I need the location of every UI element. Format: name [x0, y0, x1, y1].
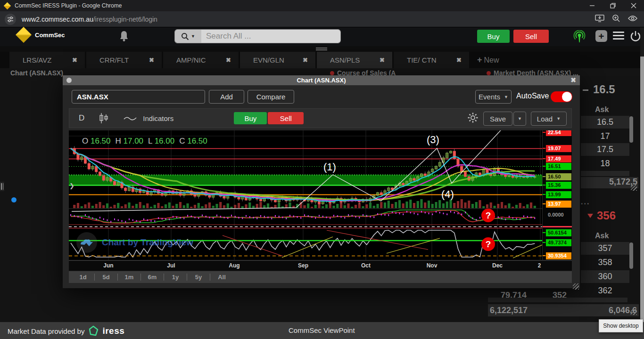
depth-scrollbar[interactable] [629, 116, 633, 143]
reading-mode-eye-icon[interactable] [628, 15, 637, 24]
month-tick: Nov [427, 262, 438, 269]
compare-button[interactable]: Compare [248, 90, 294, 104]
timeframe-6m-button[interactable]: 6m [141, 274, 164, 281]
header-sell-button[interactable]: Sell [513, 30, 549, 43]
save-button[interactable]: Save [483, 112, 512, 126]
market-data-attribution: Market Data provided by iress [8, 325, 124, 337]
load-button[interactable]: Load▼ [531, 112, 567, 126]
ask-price-row[interactable]: 362 [581, 284, 629, 297]
price-label: 19.07 [546, 145, 571, 152]
chart-canvas[interactable]: (1)(3)(4) O 16.50 H 17.00 L 16.00 C 16.5… [69, 130, 572, 260]
timeframe-5d-button[interactable]: 5d [95, 274, 118, 281]
add-button[interactable]: Add [209, 90, 244, 104]
tab-evn-gln[interactable]: EVN/GLN✖ [240, 52, 315, 68]
chart-buy-button[interactable]: Buy [234, 112, 267, 124]
timeframe-1m-button[interactable]: 1m [118, 274, 141, 281]
new-tab-button[interactable]: +New [477, 52, 499, 68]
close-tab-icon[interactable]: ✖ [303, 56, 308, 64]
menu-hamburger-icon[interactable] [613, 32, 624, 41]
ask-price-row[interactable]: 358 [581, 256, 629, 269]
tab-tie-ctn[interactable]: TIE/ CTN✖ [394, 52, 469, 68]
notification-dot-icon [11, 197, 17, 202]
tab-amp-nic[interactable]: AMP/NIC✖ [163, 52, 239, 68]
price-flat-dash-icon [583, 89, 588, 91]
search-scope-button[interactable]: ▼ [175, 30, 201, 43]
overflow-ellipsis[interactable]: ... [581, 198, 590, 206]
oscillator-label: 49.7374 [546, 239, 571, 246]
close-tab-icon[interactable]: ✖ [149, 56, 154, 64]
tab-asn-pls[interactable]: ASN/PLS✖ [317, 52, 392, 68]
commsec-logo[interactable]: CommSec [18, 29, 65, 40]
help-question-badge[interactable]: ? [481, 209, 495, 222]
panel-resize-icon[interactable] [631, 309, 637, 315]
drag-handle-icon[interactable] [316, 48, 327, 51]
month-tick: Jul [167, 262, 175, 269]
line-style-icon[interactable] [123, 115, 137, 121]
browser-url-bar: www2.commsec.com.au/iressplugin-net6/log… [0, 11, 644, 27]
search-input[interactable] [201, 30, 340, 43]
chart-sell-button[interactable]: Sell [268, 112, 304, 124]
tab-crr-flt[interactable]: CRR/FLT✖ [86, 52, 162, 68]
modal-resize-icon[interactable] [573, 283, 579, 290]
events-dropdown[interactable]: Events▼ [475, 90, 512, 104]
add-widget-button[interactable]: + [595, 30, 607, 42]
page-scrollbar-track[interactable] [640, 27, 644, 339]
site-settings-icon[interactable] [5, 14, 16, 25]
show-desktop-button[interactable]: Show desktop [599, 319, 643, 332]
depth-scrollbar[interactable] [629, 242, 633, 269]
ask-price-row[interactable]: 360 [581, 270, 629, 283]
close-tab-icon[interactable]: ✖ [72, 56, 77, 64]
address-url[interactable]: www2.commsec.com.au/iressplugin-net6/log… [22, 16, 157, 23]
zoom-page-icon[interactable] [612, 14, 620, 24]
time-axis[interactable]: Jun Jul Aug Sep Oct Nov Dec 2 [69, 260, 572, 271]
logout-power-icon[interactable] [630, 30, 641, 44]
autosave-toggle[interactable] [551, 91, 572, 102]
modal-close-icon[interactable]: ✖ [570, 76, 576, 84]
price-label: 22.54 [546, 130, 571, 136]
indicators-button[interactable]: Indicators [143, 114, 173, 122]
ask-price-row[interactable]: 18 [581, 157, 629, 170]
tab-lrs-avz[interactable]: LRS/AVZ✖ [9, 52, 85, 68]
pane-divider-label [543, 226, 572, 227]
depth-total-volume: 5,172,5 [581, 177, 638, 188]
ask-price-row[interactable]: 17 [581, 130, 629, 143]
symbol-row: Add Compare Events▼ AutoSave [63, 85, 580, 107]
ask-price-row[interactable]: 16.5 [581, 116, 629, 129]
close-tab-icon[interactable]: ✖ [456, 56, 462, 64]
help-question-badge[interactable]: ? [481, 237, 495, 251]
install-app-icon[interactable] [595, 14, 604, 24]
settings-gear-icon[interactable] [467, 112, 479, 125]
svg-text:(4): (4) [441, 188, 454, 200]
notifications-bell-icon[interactable] [119, 30, 129, 44]
pane-collapse-chevron-icon[interactable]: ❯ [69, 182, 74, 189]
chart-modal: Chart (ASN.ASX) ✖ Add Compare Events▼ Au… [63, 75, 580, 288]
depth-last-price-change: 356 [587, 209, 616, 222]
timeframe-all-button[interactable]: All [210, 274, 233, 281]
symbol-input[interactable] [72, 90, 205, 104]
page-scrollbar-thumb[interactable] [640, 56, 644, 339]
watchlist-tabs: LRS/AVZ✖ CRR/FLT✖ AMP/NIC✖ EVN/GLN✖ ASN/… [0, 52, 644, 68]
restore-button[interactable] [603, 0, 623, 11]
pane-splitter-handle[interactable] [0, 182, 4, 191]
screen: CommSec IRESS Plugin - Google Chrome www… [0, 0, 644, 339]
candle-style-icon[interactable] [99, 113, 109, 124]
minimize-button[interactable] [582, 0, 603, 11]
live-broadcast-icon[interactable] [573, 30, 586, 45]
save-options-caret[interactable]: ▼ [513, 112, 526, 126]
price-scale-axis[interactable]: 22.54 19.07 17.49 16.51 16.50 15.36 13.9… [542, 130, 572, 260]
ask-price-row[interactable]: 17.5 [581, 143, 629, 156]
timeframe-1y-button[interactable]: 1y [164, 274, 187, 281]
footer-bar: Market Data provided by iress CommSec Vi… [0, 322, 644, 339]
close-tab-icon[interactable]: ✖ [380, 56, 385, 64]
interval-button[interactable]: D [79, 113, 84, 123]
modal-titlebar[interactable]: Chart (ASN.ASX) ✖ [63, 75, 580, 85]
close-window-button[interactable] [623, 0, 644, 11]
global-search: ▼ [174, 29, 341, 43]
header-buy-button[interactable]: Buy [477, 30, 510, 43]
ask-price-row[interactable]: 357 [581, 242, 629, 255]
timeframe-5y-button[interactable]: 5y [187, 274, 210, 281]
chevron-down-icon: ▼ [518, 116, 522, 121]
close-tab-icon[interactable]: ✖ [226, 56, 231, 64]
panel-resize-icon[interactable] [631, 185, 637, 191]
timeframe-1d-button[interactable]: 1d [72, 274, 95, 281]
